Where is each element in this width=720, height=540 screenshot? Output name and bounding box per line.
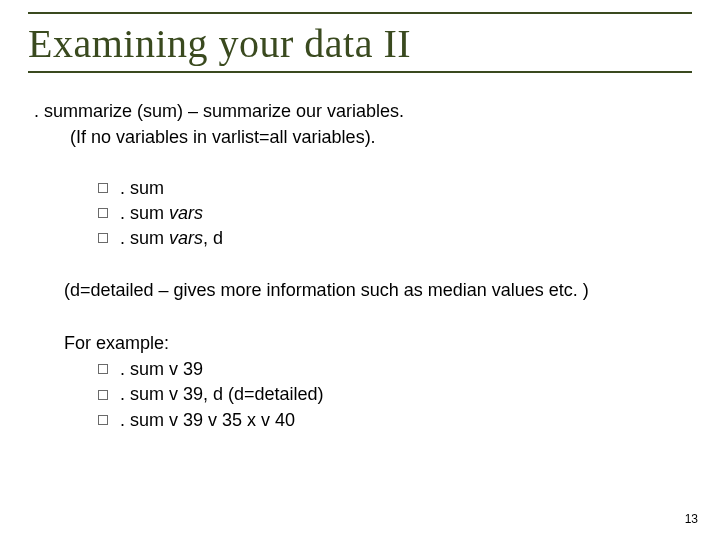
bullet-text: . sum vars, d bbox=[120, 226, 223, 250]
lead-rest: summarize our variables. bbox=[203, 101, 404, 121]
note-line: (d=detailed – gives more information suc… bbox=[64, 278, 692, 302]
bullet-text: . sum v 39 v 35 x v 40 bbox=[120, 408, 295, 432]
page-number: 13 bbox=[685, 512, 698, 526]
for-example-label: For example: bbox=[64, 331, 692, 355]
cmd-text: . sum bbox=[120, 228, 169, 248]
body: . summarize (sum) – summarize our variab… bbox=[28, 99, 692, 432]
bullet-text: . sum vars bbox=[120, 201, 203, 225]
bullet-row: . sum vars bbox=[98, 201, 692, 225]
bullet-row: . sum vars, d bbox=[98, 226, 692, 250]
lead-line: . summarize (sum) – summarize our variab… bbox=[34, 99, 692, 123]
square-bullet-icon bbox=[98, 183, 108, 193]
lead-subline: (If no variables in varlist=all variable… bbox=[70, 125, 692, 149]
square-bullet-icon bbox=[98, 415, 108, 425]
bullet-text: . sum bbox=[120, 176, 164, 200]
rule-bottom bbox=[28, 71, 692, 73]
syntax-bullets: . sum . sum vars . sum vars, d bbox=[98, 176, 692, 251]
cmd-text: . sum bbox=[120, 203, 169, 223]
lead-dash: – bbox=[188, 101, 203, 121]
opt-text: , d bbox=[203, 228, 223, 248]
square-bullet-icon bbox=[98, 390, 108, 400]
rule-top bbox=[28, 12, 692, 14]
arg-text: vars bbox=[169, 203, 203, 223]
bullet-row: . sum v 39 bbox=[98, 357, 692, 381]
square-bullet-icon bbox=[98, 208, 108, 218]
bullet-text: . sum v 39 bbox=[120, 357, 203, 381]
slide-title: Examining your data II bbox=[28, 20, 692, 67]
arg-text: vars bbox=[169, 228, 203, 248]
square-bullet-icon bbox=[98, 233, 108, 243]
bullet-row: . sum bbox=[98, 176, 692, 200]
square-bullet-icon bbox=[98, 364, 108, 374]
bullet-row: . sum v 39, d (d=detailed) bbox=[98, 382, 692, 406]
bullet-text: . sum v 39, d (d=detailed) bbox=[120, 382, 324, 406]
lead-prefix: . summarize (sum) bbox=[34, 101, 188, 121]
example-bullets: . sum v 39 . sum v 39, d (d=detailed) . … bbox=[98, 357, 692, 432]
bullet-row: . sum v 39 v 35 x v 40 bbox=[98, 408, 692, 432]
